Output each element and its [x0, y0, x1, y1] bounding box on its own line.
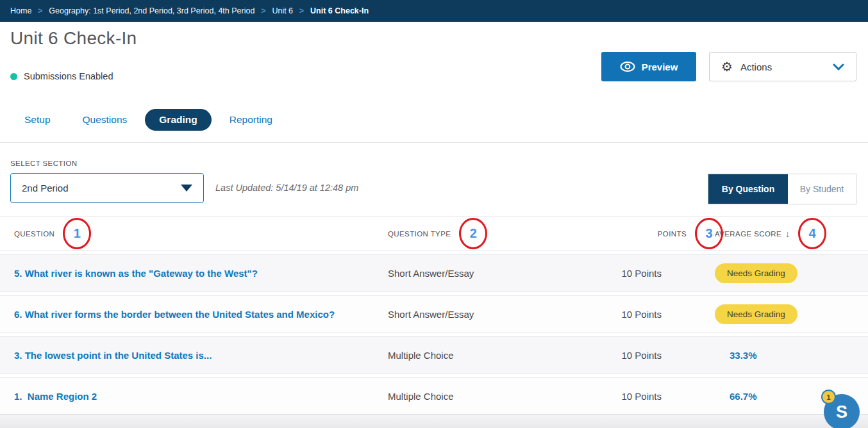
tab-bar: Setup Questions Grading Reporting	[24, 109, 272, 131]
question-type-cell: Short Answer/Essay	[388, 268, 474, 279]
toggle-by-student[interactable]: By Student	[788, 174, 856, 204]
preview-button-label: Preview	[642, 62, 678, 72]
eye-icon	[620, 62, 635, 72]
sort-descending-icon[interactable]: ↓	[785, 229, 790, 239]
annotation-circle-1: 1	[63, 218, 91, 249]
question-link[interactable]: 3. The lowest point in the United States…	[14, 350, 212, 361]
question-type-cell: Multiple Choice	[388, 350, 454, 361]
breadcrumb: Home > Geography: 1st Period, 2nd Period…	[0, 0, 868, 22]
table-row: 6. What river forms the border between t…	[0, 295, 868, 333]
select-section-label: SELECT SECTION	[10, 160, 77, 167]
toggle-by-question[interactable]: By Question	[708, 174, 788, 204]
points-cell: 10 Points	[621, 268, 692, 279]
select-caret-icon	[181, 185, 192, 192]
needs-grading-badge[interactable]: Needs Grading	[715, 304, 797, 324]
chevron-down-icon	[833, 63, 844, 70]
table-row: 5. What river is known as the "Gateway t…	[0, 254, 868, 292]
breadcrumb-course[interactable]: Geography: 1st Period, 2nd Period, 3rd P…	[49, 6, 255, 15]
points-cell: 10 Points	[621, 309, 692, 320]
section-select-value: 2nd Period	[22, 183, 69, 193]
tab-grading[interactable]: Grading	[145, 109, 211, 131]
average-score-value[interactable]: 33.3%	[730, 350, 757, 361]
status-label: Submissions Enabled	[24, 71, 113, 81]
annotation-circle-3: 3	[695, 218, 723, 249]
tabs-divider	[0, 142, 868, 143]
submissions-status: Submissions Enabled	[10, 71, 113, 81]
preview-button[interactable]: Preview	[601, 52, 696, 81]
breadcrumb-home[interactable]: Home	[10, 6, 31, 15]
breadcrumb-separator-icon: >	[261, 6, 265, 15]
table-header-row: QUESTION 1 QUESTION TYPE 2 POINTS 3 AVER…	[0, 217, 868, 251]
question-link[interactable]: 5. What river is known as the "Gateway t…	[14, 268, 258, 279]
last-updated-label: Last Updated: 5/14/19 at 12:48 pm	[215, 183, 358, 193]
average-score-header-label: AVERAGE SCORE	[715, 230, 781, 238]
annotation-circle-2: 2	[459, 218, 487, 249]
question-header-label: QUESTION	[14, 230, 54, 238]
actions-button-label: Actions	[740, 62, 772, 72]
tab-questions[interactable]: Questions	[83, 114, 128, 126]
points-cell: 10 Points	[621, 391, 692, 402]
average-score-value[interactable]: 66.7%	[730, 391, 757, 402]
support-button-label: S	[836, 402, 847, 422]
needs-grading-badge[interactable]: Needs Grading	[715, 263, 797, 283]
breadcrumb-separator-icon: >	[38, 6, 42, 15]
notification-count-badge: 1	[821, 390, 836, 404]
tab-setup[interactable]: Setup	[24, 114, 51, 126]
table-row: 1. Name Region 2 Multiple Choice 10 Poin…	[0, 377, 868, 415]
gear-icon: ⚙	[721, 60, 733, 73]
support-float-button[interactable]: S 1	[824, 394, 860, 428]
bottom-scroll-strip	[0, 414, 868, 428]
question-type-cell: Short Answer/Essay	[388, 309, 474, 320]
column-header-question-type: QUESTION TYPE 2	[388, 218, 615, 249]
question-link[interactable]: 6. What river forms the border between t…	[14, 309, 335, 320]
question-link[interactable]: 1. Name Region 2	[14, 391, 97, 402]
column-header-points: POINTS 3	[615, 218, 692, 249]
breadcrumb-unit[interactable]: Unit 6	[272, 6, 293, 15]
status-dot-icon	[10, 73, 17, 80]
section-select[interactable]: 2nd Period	[10, 173, 204, 203]
breadcrumb-separator-icon: >	[299, 6, 304, 15]
page: Home > Geography: 1st Period, 2nd Period…	[0, 0, 868, 428]
column-header-question: QUESTION 1	[14, 218, 388, 249]
breadcrumb-current-page: Unit 6 Check-In	[310, 6, 369, 15]
table-row: 3. The lowest point in the United States…	[0, 336, 868, 374]
table-body: 5. What river is known as the "Gateway t…	[0, 254, 868, 418]
points-cell: 10 Points	[621, 350, 692, 361]
points-header-label: POINTS	[658, 230, 687, 238]
annotation-circle-4: 4	[798, 218, 826, 249]
view-toggle: By Question By Student	[708, 174, 856, 204]
page-title: Unit 6 Check-In	[10, 28, 137, 49]
tab-reporting[interactable]: Reporting	[230, 114, 272, 126]
question-type-cell: Multiple Choice	[388, 391, 454, 402]
actions-button[interactable]: ⚙ Actions	[709, 52, 856, 81]
question-type-header-label: QUESTION TYPE	[388, 230, 451, 238]
